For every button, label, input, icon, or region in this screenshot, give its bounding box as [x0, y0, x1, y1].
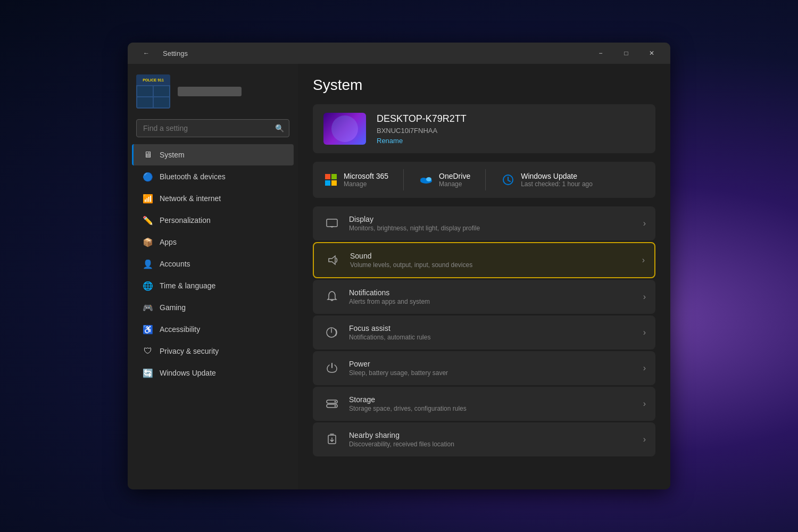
nav-label-time: Time & language [160, 281, 215, 290]
window-title: Settings [163, 49, 188, 57]
device-thumbnail [323, 113, 366, 145]
sidebar-item-bluetooth[interactable]: 🔵 Bluetooth & devices [132, 166, 294, 187]
avatar: POLICE 911 [136, 74, 170, 109]
chevron-right-icon-storage: › [643, 399, 646, 409]
minimize-button[interactable]: − [588, 45, 613, 62]
nav-icon-network: 📶 [143, 193, 153, 204]
sidebar-nav: 🖥 System 🔵 Bluetooth & devices 📶 Network… [128, 144, 298, 384]
setting-text-focus: Focus assist Notifications, automatic ru… [349, 324, 643, 341]
quick-link-divider [403, 169, 404, 190]
setting-desc-display: Monitors, brightness, night light, displ… [349, 225, 643, 232]
nav-label-system: System [160, 151, 185, 159]
avatar-frame: POLICE 911 [136, 74, 170, 109]
settings-list: Display Monitors, brightness, night ligh… [313, 206, 655, 456]
settings-window: ← Settings − □ ✕ POLICE 911 [128, 43, 670, 489]
setting-row-power[interactable]: Power Sleep, battery usage, battery save… [313, 351, 655, 385]
setting-text-storage: Storage Storage space, drives, configura… [349, 395, 643, 412]
nav-label-accessibility: Accessibility [160, 325, 200, 334]
avatar-panel-1 [137, 86, 153, 96]
chevron-right-icon-notifications: › [643, 292, 646, 302]
chevron-right-icon-focus: › [643, 328, 646, 337]
quick-link-title-onedrive: OneDrive [439, 172, 470, 180]
quick-link-windowsupdate[interactable]: Windows Update Last checked: 1 hour ago [501, 172, 593, 188]
setting-title-display: Display [349, 215, 643, 223]
nav-label-gaming: Gaming [160, 303, 186, 312]
setting-row-focus[interactable]: Focus assist Notifications, automatic ru… [313, 315, 655, 350]
quick-link-text-microsoft365: Microsoft 365 Manage [344, 172, 388, 188]
svg-rect-2 [325, 180, 330, 186]
setting-icon-display [322, 214, 342, 233]
sidebar-item-apps[interactable]: 📦 Apps [132, 231, 294, 253]
setting-desc-sound: Volume levels, output, input, sound devi… [350, 261, 642, 269]
nav-icon-gaming: 🎮 [143, 302, 153, 313]
setting-icon-nearby [322, 430, 342, 449]
search-icon: 🔍 [275, 124, 284, 132]
nav-label-accounts: Accounts [160, 260, 190, 268]
sidebar-item-time[interactable]: 🌐 Time & language [132, 275, 294, 296]
main-content: System DESKTOP-K79R2TT BXNUC10i7FNHAA Re… [298, 64, 670, 489]
sidebar-item-network[interactable]: 📶 Network & internet [132, 188, 294, 209]
chevron-right-icon-sound: › [642, 255, 645, 265]
chevron-right-icon-display: › [643, 219, 646, 228]
quick-link-text-windowsupdate: Windows Update Last checked: 1 hour ago [521, 172, 593, 188]
quick-link-onedrive[interactable]: OneDrive Manage [419, 172, 470, 188]
sidebar-item-update[interactable]: 🔄 Windows Update [132, 362, 294, 384]
setting-title-sound: Sound [350, 252, 642, 260]
close-button[interactable]: ✕ [639, 45, 664, 62]
svg-point-6 [426, 177, 431, 181]
svg-rect-1 [331, 174, 337, 179]
setting-row-storage[interactable]: Storage Storage space, drives, configura… [313, 387, 655, 421]
nav-icon-system: 🖥 [143, 149, 153, 160]
maximize-button[interactable]: □ [614, 45, 638, 62]
sidebar-item-gaming[interactable]: 🎮 Gaming [132, 297, 294, 318]
quick-links: Microsoft 365 Manage OneDrive Manage Win… [313, 162, 655, 198]
quick-link-microsoft365[interactable]: Microsoft 365 Manage [323, 172, 388, 188]
avatar-panel-3 [137, 97, 153, 107]
sidebar-item-system[interactable]: 🖥 System [132, 144, 294, 165]
nav-icon-bluetooth: 🔵 [143, 171, 153, 182]
nav-label-bluetooth: Bluetooth & devices [160, 172, 226, 181]
nav-icon-time: 🌐 [143, 280, 153, 291]
setting-title-nearby: Nearby sharing [349, 431, 643, 439]
username-blurred [178, 87, 242, 96]
nav-label-network: Network & internet [160, 194, 221, 203]
setting-row-notifications[interactable]: Notifications Alerts from apps and syste… [313, 280, 655, 314]
svg-point-17 [335, 405, 336, 407]
nav-label-personalization: Personalization [160, 216, 211, 225]
page-title: System [313, 77, 655, 94]
device-name: DESKTOP-K79R2TT [377, 113, 467, 124]
setting-title-storage: Storage [349, 395, 643, 404]
sidebar-item-accessibility[interactable]: ♿ Accessibility [132, 319, 294, 340]
nav-label-apps: Apps [160, 238, 177, 246]
chevron-right-icon-nearby: › [643, 435, 646, 444]
setting-text-sound: Sound Volume levels, output, input, soun… [350, 252, 642, 269]
device-info: DESKTOP-K79R2TT BXNUC10i7FNHAA Rename [377, 113, 467, 145]
sidebar-item-personalization[interactable]: ✏️ Personalization [132, 210, 294, 231]
user-section: POLICE 911 [128, 64, 298, 117]
search-box: 🔍 [136, 119, 289, 137]
sidebar-item-accounts[interactable]: 👤 Accounts [132, 253, 294, 275]
setting-row-sound[interactable]: Sound Volume levels, output, input, soun… [313, 242, 655, 278]
svg-rect-3 [331, 180, 337, 186]
setting-title-power: Power [349, 360, 643, 368]
setting-row-nearby[interactable]: Nearby sharing Discoverability, received… [313, 422, 655, 456]
title-bar: ← Settings − □ ✕ [128, 43, 670, 64]
avatar-badge: POLICE 911 [136, 74, 170, 85]
nav-icon-apps: 📦 [143, 237, 153, 247]
svg-point-16 [335, 401, 336, 403]
setting-desc-storage: Storage space, drives, configuration rul… [349, 405, 643, 412]
setting-desc-power: Sleep, battery usage, battery saver [349, 369, 643, 377]
nav-icon-accessibility: ♿ [143, 324, 153, 335]
setting-text-notifications: Notifications Alerts from apps and syste… [349, 288, 643, 305]
setting-icon-power [322, 359, 342, 378]
setting-row-display[interactable]: Display Monitors, brightness, night ligh… [313, 206, 655, 240]
quick-link-sub-microsoft365: Manage [344, 180, 388, 188]
device-thumb-inner [331, 115, 358, 142]
window-content: POLICE 911 🔍 🖥 [128, 64, 670, 489]
back-button[interactable]: ← [134, 45, 159, 62]
rename-link[interactable]: Rename [377, 137, 467, 145]
device-card: DESKTOP-K79R2TT BXNUC10i7FNHAA Rename [313, 104, 655, 153]
nav-label-update: Windows Update [160, 369, 216, 377]
search-input[interactable] [136, 119, 289, 137]
sidebar-item-privacy[interactable]: 🛡 Privacy & security [132, 340, 294, 362]
